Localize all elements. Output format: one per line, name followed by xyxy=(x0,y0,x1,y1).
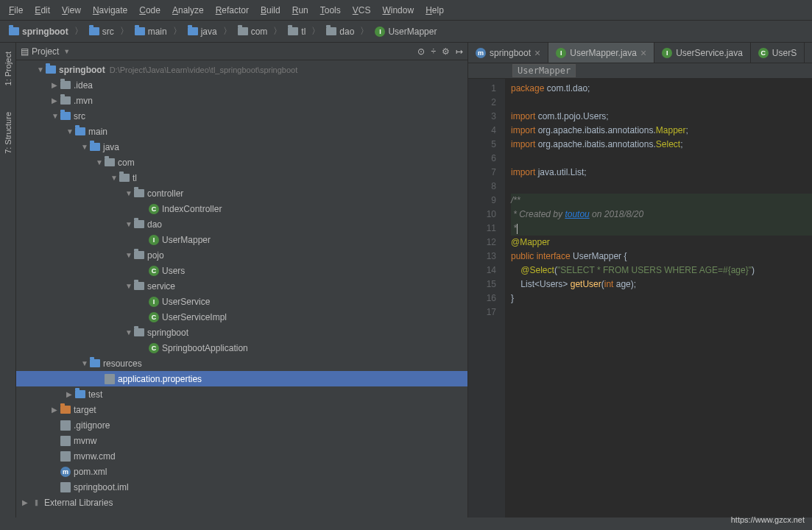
tree-external-libraries[interactable]: ▶ ⦀ External Libraries xyxy=(16,495,467,510)
project-panel: ▤ Project ▼ ⊙ ÷ ↦ ▼ springboot D:\Projec… xyxy=(16,43,468,517)
breadcrumb-item[interactable]: tl xyxy=(285,25,308,38)
sidebar-tab-project[interactable]: 1: Project xyxy=(2,46,14,91)
panel-title: Project xyxy=(32,46,59,57)
tree-item[interactable]: ▼resources xyxy=(16,356,467,371)
left-sidebar: 1: Project 7: Structure xyxy=(0,43,16,517)
tree-item[interactable]: CUserServiceImpl xyxy=(16,309,467,325)
tree-item[interactable]: mvnw xyxy=(16,433,467,448)
tree-item[interactable]: CIndexController xyxy=(16,201,467,216)
gutter: 1234567891011121314151617 xyxy=(468,79,505,517)
breadcrumb-item[interactable]: java xyxy=(185,25,220,38)
locate-icon[interactable]: ÷ xyxy=(431,46,436,57)
project-icon: ▤ xyxy=(21,46,29,57)
menu-tools[interactable]: Tools xyxy=(314,2,347,18)
menu-code[interactable]: Code xyxy=(133,2,166,18)
tree-item[interactable]: ▼java xyxy=(16,139,467,155)
editor-tabs: mspringboot×IUserMapper.java×IUserServic… xyxy=(468,43,812,63)
breadcrumb-item[interactable]: src xyxy=(86,25,117,38)
tree-item[interactable]: ▶.idea xyxy=(16,77,467,93)
editor-tab[interactable]: IUserService.java xyxy=(654,43,751,63)
tree-item[interactable]: mvnw.cmd xyxy=(16,448,467,464)
tree-item[interactable]: ▶target xyxy=(16,402,467,417)
menu-edit[interactable]: Edit xyxy=(29,2,56,18)
tree-item[interactable]: IUserService xyxy=(16,294,467,309)
breadcrumb-item[interactable]: com xyxy=(235,25,271,38)
tree-item[interactable]: ▼main xyxy=(16,124,467,139)
tree-item[interactable]: ▼src xyxy=(16,108,467,124)
tree-item[interactable]: ▼service xyxy=(16,278,467,294)
code-editor[interactable]: 1234567891011121314151617 package com.tl… xyxy=(468,79,812,517)
breadcrumb-item[interactable]: main xyxy=(132,25,170,38)
breadcrumb-bar: springboot〉src〉main〉java〉com〉tl〉dao〉IUse… xyxy=(0,21,812,43)
breadcrumb-item[interactable]: IUserMapper xyxy=(372,25,439,38)
menu-navigate[interactable]: Navigate xyxy=(87,2,133,18)
menu-analyze[interactable]: Analyze xyxy=(166,2,210,18)
tree-item[interactable]: ▼com xyxy=(16,155,467,170)
tree-item[interactable]: application.properties xyxy=(16,371,467,386)
breadcrumb-item[interactable]: dao xyxy=(323,25,357,38)
sidebar-tab-structure[interactable]: 7: Structure xyxy=(2,106,14,160)
menu-window[interactable]: Window xyxy=(376,2,420,18)
hide-icon[interactable]: ↦ xyxy=(456,46,463,57)
tree-item[interactable]: ▶test xyxy=(16,386,467,402)
menubar: FileEditViewNavigateCodeAnalyzeRefactorB… xyxy=(0,0,812,21)
tree-item[interactable]: .gitignore xyxy=(16,417,467,433)
tree-item[interactable]: ▼controller xyxy=(16,186,467,201)
menu-file[interactable]: File xyxy=(3,2,29,18)
editor-breadcrumb: UserMapper xyxy=(468,63,812,79)
editor-area: mspringboot×IUserMapper.java×IUserServic… xyxy=(468,43,812,517)
tree-item[interactable]: ▶.mvn xyxy=(16,93,467,108)
menu-view[interactable]: View xyxy=(56,2,87,18)
editor-tab[interactable]: CUserS xyxy=(751,43,805,63)
tree-item[interactable]: springboot.iml xyxy=(16,479,467,495)
project-tree: ▼ springboot D:\Project\Java\Learn\video… xyxy=(16,60,467,517)
collapse-icon[interactable]: ⊙ xyxy=(417,46,425,57)
menu-vcs[interactable]: VCS xyxy=(347,2,377,18)
panel-dropdown-icon[interactable]: ▼ xyxy=(63,48,70,55)
tree-item[interactable]: ▼tl xyxy=(16,170,467,186)
close-icon[interactable]: × xyxy=(640,47,646,59)
tree-item[interactable]: IUserMapper xyxy=(16,232,467,247)
tree-item[interactable]: ▼springboot xyxy=(16,325,467,340)
tree-item[interactable]: ▼pojo xyxy=(16,247,467,263)
breadcrumb-item[interactable]: springboot xyxy=(6,25,71,38)
project-panel-header: ▤ Project ▼ ⊙ ÷ ↦ xyxy=(16,43,467,60)
editor-tab[interactable]: mspringboot× xyxy=(468,43,548,63)
libraries-icon: ⦀ xyxy=(31,498,41,508)
tree-root[interactable]: ▼ springboot D:\Project\Java\Learn\video… xyxy=(16,62,467,77)
menu-refactor[interactable]: Refactor xyxy=(210,2,255,18)
code-lines[interactable]: package com.tl.dao;import com.tl.pojo.Us… xyxy=(505,79,812,517)
gear-icon[interactable] xyxy=(442,46,450,57)
tree-item[interactable]: mpom.xml xyxy=(16,464,467,479)
menu-run[interactable]: Run xyxy=(286,2,314,18)
editor-tab[interactable]: IUserMapper.java× xyxy=(548,43,654,63)
menu-build[interactable]: Build xyxy=(255,2,286,18)
tree-item[interactable]: CUsers xyxy=(16,263,467,278)
menu-help[interactable]: Help xyxy=(420,2,450,18)
tree-item[interactable]: CSpringbootApplication xyxy=(16,340,467,356)
tree-item[interactable]: ▼dao xyxy=(16,216,467,232)
footer-url: https://www.gzcx.net xyxy=(731,515,805,524)
close-icon[interactable]: × xyxy=(534,47,540,59)
